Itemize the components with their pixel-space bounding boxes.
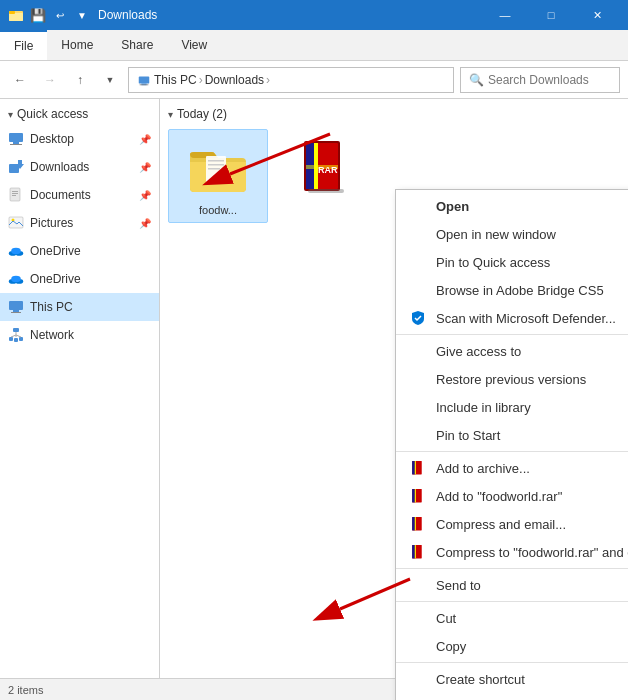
svg-rect-12 bbox=[12, 191, 18, 192]
sidebar-item-network[interactable]: Network bbox=[0, 321, 159, 349]
thispc-icon bbox=[8, 299, 24, 315]
search-icon: 🔍 bbox=[469, 73, 484, 87]
file-item-rar[interactable]: RAR bbox=[276, 129, 376, 223]
svg-rect-45 bbox=[412, 461, 415, 474]
folder-icon bbox=[186, 136, 250, 200]
ctx-open-new-window[interactable]: Open in new window bbox=[396, 220, 628, 248]
sidebar-item-desktop[interactable]: Desktop 📌 bbox=[0, 125, 159, 153]
address-path[interactable]: This PC › Downloads › bbox=[128, 67, 454, 93]
sidebar-item-thispc[interactable]: This PC bbox=[0, 293, 159, 321]
save-icon: 💾 bbox=[30, 7, 46, 23]
sidebar-item-downloads[interactable]: Downloads 📌 bbox=[0, 153, 159, 181]
minimize-button[interactable]: — bbox=[482, 0, 528, 30]
svg-rect-28 bbox=[19, 337, 23, 341]
ctx-open[interactable]: Open bbox=[396, 192, 628, 220]
back-button[interactable]: ← bbox=[8, 68, 32, 92]
ctx-compress-email[interactable]: Compress and email... bbox=[396, 510, 628, 538]
ctx-add-archive[interactable]: Add to archive... bbox=[396, 454, 628, 482]
ctx-scan-defender[interactable]: Scan with Microsoft Defender... bbox=[396, 304, 628, 332]
defender-icon bbox=[408, 310, 428, 326]
ctx-delete[interactable]: Delete bbox=[396, 693, 628, 700]
ribbon: File Home Share View bbox=[0, 30, 628, 61]
ctx-include-library[interactable]: Include in library › bbox=[396, 393, 628, 421]
svg-rect-29 bbox=[14, 338, 18, 342]
quick-access-chevron: ▾ bbox=[8, 109, 13, 120]
svg-rect-6 bbox=[9, 133, 23, 142]
address-bar: ← → ↑ ▼ This PC › Downloads › 🔍 bbox=[0, 61, 628, 99]
pictures-icon bbox=[8, 215, 24, 231]
svg-point-22 bbox=[11, 276, 21, 282]
ctx-restore-versions[interactable]: Restore previous versions bbox=[396, 365, 628, 393]
context-menu: Open Open in new window Pin to Quick acc… bbox=[395, 189, 628, 700]
ctx-create-shortcut[interactable]: Create shortcut bbox=[396, 665, 628, 693]
pin-icon: 📌 bbox=[139, 134, 151, 145]
svg-rect-14 bbox=[12, 195, 16, 196]
svg-rect-35 bbox=[208, 164, 224, 166]
svg-rect-11 bbox=[10, 188, 20, 201]
content-area: ▾ Today (2) bbox=[160, 99, 628, 700]
svg-rect-51 bbox=[412, 517, 415, 530]
ctx-add-foodworld[interactable]: Add to "foodworld.rar" bbox=[396, 482, 628, 510]
sidebar-item-desktop-label: Desktop bbox=[30, 132, 74, 146]
svg-rect-36 bbox=[208, 168, 220, 170]
maximize-button[interactable]: □ bbox=[528, 0, 574, 30]
svg-rect-5 bbox=[140, 84, 149, 85]
tab-view[interactable]: View bbox=[167, 30, 221, 60]
svg-line-31 bbox=[11, 335, 16, 337]
status-text: 2 items bbox=[8, 684, 43, 696]
onedrive-icon-2 bbox=[8, 271, 24, 287]
window-controls: — □ ✕ bbox=[482, 0, 620, 30]
title-bar-icons: 💾 ↩ ▼ bbox=[8, 7, 90, 23]
ctx-pin-quick-access[interactable]: Pin to Quick access bbox=[396, 248, 628, 276]
ctx-cut[interactable]: Cut bbox=[396, 604, 628, 632]
svg-rect-27 bbox=[9, 337, 13, 341]
quick-access-header[interactable]: ▾ Quick access bbox=[0, 103, 159, 125]
sidebar-item-network-label: Network bbox=[30, 328, 74, 342]
section-header: ▾ Today (2) bbox=[168, 107, 620, 121]
window-title: Downloads bbox=[98, 8, 482, 22]
ctx-copy[interactable]: Copy bbox=[396, 632, 628, 660]
sidebar-item-thispc-label: This PC bbox=[30, 300, 73, 314]
tab-share[interactable]: Share bbox=[107, 30, 167, 60]
tab-home[interactable]: Home bbox=[47, 30, 107, 60]
section-chevron: ▾ bbox=[168, 109, 173, 120]
tab-file[interactable]: File bbox=[0, 30, 47, 60]
app-icon bbox=[8, 7, 24, 23]
close-button[interactable]: ✕ bbox=[574, 0, 620, 30]
search-input[interactable] bbox=[488, 73, 611, 87]
pin-icon-2: 📌 bbox=[139, 162, 151, 173]
ctx-browse-bridge[interactable]: Browse in Adobe Bridge CS5 bbox=[396, 276, 628, 304]
ctx-pin-start[interactable]: Pin to Start bbox=[396, 421, 628, 449]
ribbon-tabs: File Home Share View bbox=[0, 30, 628, 60]
file-item-folder[interactable]: foodw... bbox=[168, 129, 268, 223]
ctx-compress-foodworld-email[interactable]: Compress to "foodworld.rar" and email bbox=[396, 538, 628, 566]
sidebar-item-onedrive1[interactable]: OneDrive bbox=[0, 237, 159, 265]
sidebar-item-pictures[interactable]: Pictures 📌 bbox=[0, 209, 159, 237]
svg-rect-52 bbox=[415, 517, 416, 530]
ctx-send-to[interactable]: Send to › bbox=[396, 571, 628, 599]
sidebar-item-onedrive1-label: OneDrive bbox=[30, 244, 81, 258]
svg-rect-23 bbox=[9, 301, 23, 310]
svg-rect-3 bbox=[139, 76, 150, 83]
ctx-give-access[interactable]: Give access to › bbox=[396, 337, 628, 365]
sidebar-item-pictures-label: Pictures bbox=[30, 216, 73, 230]
dropdown-icon[interactable]: ▼ bbox=[74, 7, 90, 23]
svg-rect-46 bbox=[415, 461, 416, 474]
section-label: Today (2) bbox=[177, 107, 227, 121]
svg-rect-24 bbox=[13, 310, 19, 312]
rar-icon-small-4 bbox=[408, 544, 428, 560]
path-thispc: This PC bbox=[137, 73, 197, 87]
svg-point-19 bbox=[11, 248, 21, 254]
sidebar-item-documents[interactable]: Documents 📌 bbox=[0, 181, 159, 209]
rar-icon-small-2 bbox=[408, 488, 428, 504]
desktop-icon bbox=[8, 131, 24, 147]
svg-rect-1 bbox=[9, 13, 23, 21]
downloads-icon bbox=[8, 159, 24, 175]
up-button[interactable]: ↑ bbox=[68, 68, 92, 92]
svg-rect-8 bbox=[10, 144, 22, 145]
recent-locations-button[interactable]: ▼ bbox=[98, 68, 122, 92]
svg-text:RAR: RAR bbox=[318, 165, 338, 175]
forward-button[interactable]: → bbox=[38, 68, 62, 92]
network-icon bbox=[8, 327, 24, 343]
sidebar-item-onedrive2[interactable]: OneDrive bbox=[0, 265, 159, 293]
